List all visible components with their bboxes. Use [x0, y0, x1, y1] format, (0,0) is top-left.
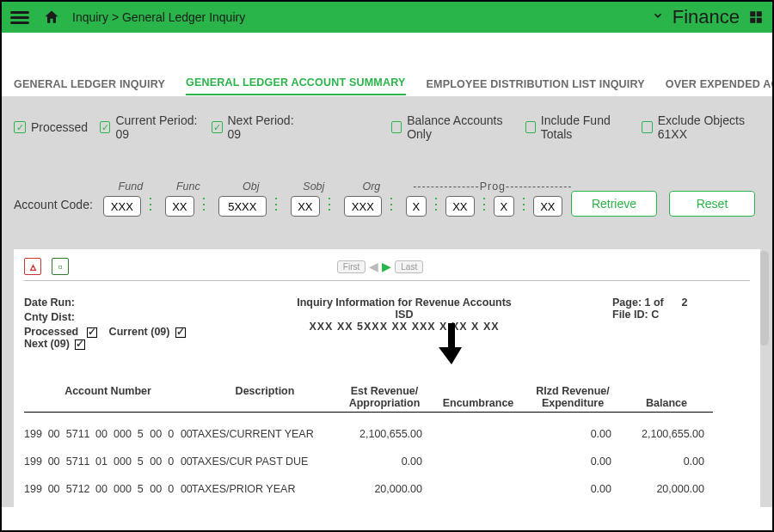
lookup-fund-icon[interactable]: ⋮ [143, 201, 158, 207]
checkbox-next-period[interactable]: ✓Next Period: 09 [212, 113, 298, 141]
col-balance: Balance [620, 385, 713, 413]
col-encumbrance: Encumbrance [431, 385, 525, 413]
header-func: Func [176, 180, 200, 196]
processed-check-icon [87, 327, 97, 338]
lookup-func-icon[interactable]: ⋮ [196, 201, 212, 207]
first-page-button[interactable]: First [337, 260, 366, 273]
header-fund: Fund [119, 180, 144, 196]
header-obj: Obj [243, 180, 259, 196]
header-sobj: Sobj [303, 180, 324, 196]
checkbox-processed[interactable]: ✓Processed [14, 120, 88, 134]
label-next: Next (09) [24, 338, 70, 350]
col-est-revenue: Est Revenue/Appropriation [338, 385, 431, 413]
input-prog1[interactable] [406, 196, 427, 217]
last-page-button[interactable]: Last [395, 260, 423, 273]
current-check-icon [175, 327, 186, 338]
account-code-label: Account Code: [14, 186, 93, 211]
input-sobj[interactable] [291, 196, 320, 217]
lookup-org-icon[interactable]: ⋮ [384, 201, 399, 207]
tab-over-expended-account-summary[interactable]: OVER EXPENDED ACCOUNT SUMMARY [666, 78, 774, 95]
input-org[interactable] [344, 196, 382, 217]
label-processed: Processed [24, 326, 78, 338]
module-dropdown[interactable] [652, 9, 664, 25]
label-current: Current (09) [109, 326, 170, 338]
input-prog4[interactable] [533, 196, 562, 217]
input-obj[interactable] [218, 196, 267, 217]
col-rlzd-revenue: Rlzd Revenue/Expenditure [525, 385, 620, 413]
label-date-run: Date Run: [24, 297, 196, 309]
callout-arrow-icon [439, 323, 464, 368]
checkbox-current-label: Current Period: 09 [115, 113, 200, 141]
checkbox-balance-accounts-only[interactable]: ✓Balance Accounts Only [391, 113, 513, 141]
scrollbar[interactable] [759, 251, 769, 345]
table-row: 19900571101000500000TAXES/CUR PAST DUE0.… [24, 456, 750, 468]
next-check-icon [75, 339, 85, 350]
home-icon[interactable] [43, 9, 60, 26]
checkbox-current-period[interactable]: ✓Current Period: 09 [100, 113, 200, 141]
breadcrumb: Inquiry > General Ledger Inquiry [72, 10, 245, 24]
lookup-sobj-icon[interactable]: ⋮ [322, 201, 337, 207]
table-row: 19900571200000500000TAXES/PRIOR YEAR20,0… [24, 483, 750, 495]
label-page: Page: 1 of [612, 297, 664, 309]
checkbox-balance-label: Balance Accounts Only [407, 113, 513, 141]
label-cnty-dist: Cnty Dist: [24, 311, 196, 323]
tab-bar: GENERAL LEDGER INQUIRY GENERAL LEDGER AC… [2, 72, 772, 96]
svg-rect-0 [750, 11, 755, 16]
header-prog: ---------------Prog--------------- [413, 180, 572, 196]
report-account-mask: XXX XX 5XXX XX XXX X XX X XX [196, 321, 612, 333]
report-subtitle: ISD [196, 309, 612, 321]
svg-rect-2 [750, 18, 755, 23]
apps-icon[interactable] [748, 9, 764, 25]
label-page-total: 2 [682, 297, 688, 309]
tab-general-ledger-inquiry[interactable]: GENERAL LEDGER INQUIRY [14, 78, 165, 95]
table-row: 19900571100000500000TAXES/CURRENT YEAR2,… [24, 428, 750, 440]
lookup-prog2-icon[interactable]: ⋮ [476, 201, 492, 207]
excel-icon[interactable]: ▫ [52, 258, 69, 275]
svg-rect-3 [757, 18, 762, 23]
retrieve-button[interactable]: Retrieve [571, 191, 657, 217]
checkbox-next-label: Next Period: 09 [228, 113, 298, 141]
menu-icon[interactable] [10, 11, 29, 24]
input-prog2[interactable] [445, 196, 475, 217]
pdf-icon[interactable]: ▵ [24, 258, 41, 275]
label-file-id: File ID: C [612, 309, 750, 321]
col-description: Description [192, 385, 338, 413]
module-name: Finance [673, 6, 740, 28]
lookup-prog3-icon[interactable]: ⋮ [516, 201, 531, 207]
checkbox-processed-label: Processed [31, 120, 88, 134]
col-account-number: Account Number [24, 385, 192, 413]
header-org: Org [362, 180, 380, 196]
checkbox-exclude-objects-61xx[interactable]: ✓Exclude Objects 61XX [642, 113, 760, 141]
lookup-prog1-icon[interactable]: ⋮ [428, 201, 444, 207]
svg-rect-1 [757, 11, 762, 16]
checkbox-fundtot-label: Include Fund Totals [541, 113, 630, 141]
prev-page-icon[interactable]: ◀ [369, 260, 378, 273]
next-page-icon[interactable]: ▶ [382, 260, 391, 273]
reset-button[interactable]: Reset [669, 191, 755, 217]
input-func[interactable] [165, 196, 194, 217]
input-fund[interactable] [103, 196, 141, 217]
checkbox-include-fund-totals[interactable]: ✓Include Fund Totals [525, 113, 630, 141]
tab-general-ledger-account-summary[interactable]: GENERAL LEDGER ACCOUNT SUMMARY [186, 76, 406, 95]
lookup-obj-icon[interactable]: ⋮ [268, 201, 284, 207]
report-title: Inquiry Information for Revenue Accounts [196, 297, 612, 309]
tab-employee-distribution-list-inquiry[interactable]: EMPLOYEE DISTRIBUTION LIST INQUIRY [427, 78, 645, 95]
input-prog3[interactable] [494, 196, 514, 217]
checkbox-excl61-label: Exclude Objects 61XX [658, 113, 760, 141]
report-viewer: ▵ ▫ First ◀ ▶ Last Date Run: Cnty Dist: … [14, 249, 760, 507]
